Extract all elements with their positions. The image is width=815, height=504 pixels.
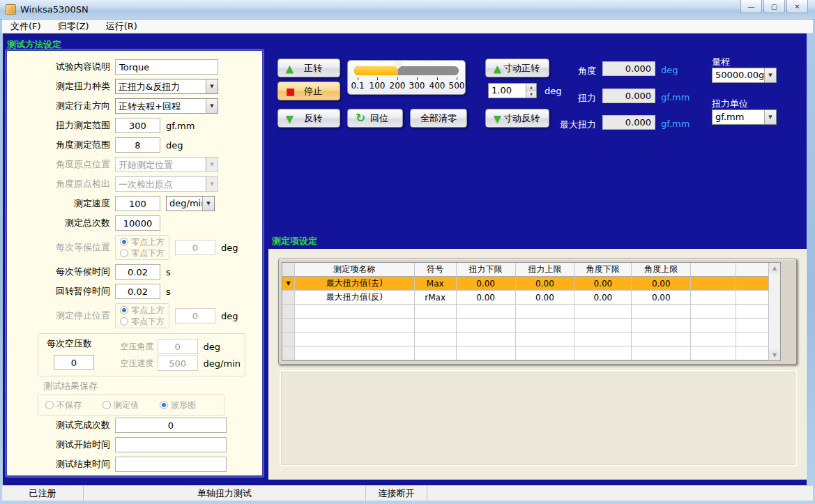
menu-item-file[interactable]: 文件(F): [2, 19, 49, 34]
combo-arrow-icon[interactable]: ▼: [206, 79, 218, 93]
angle-range-unit: deg: [166, 140, 183, 151]
speed-unit-select[interactable]: deg/min ▼: [166, 196, 215, 211]
menu-item-run[interactable]: 运行(R): [98, 19, 146, 34]
table-header-row: 测定项名称 符号 扭力下限 扭力上限 角度下限 角度上限: [282, 263, 780, 277]
slider-tick: [457, 77, 457, 80]
jog-step-input[interactable]: 1.00 ▲ ▼: [488, 83, 537, 98]
table-scrollbar[interactable]: ▲ ▼: [768, 263, 780, 360]
torque-readout-label: 扭力: [553, 92, 596, 105]
desc-input[interactable]: Torque: [115, 59, 218, 75]
idle-speed-label: 空压速度: [114, 358, 154, 369]
angle-range-label: 角度测定范围: [32, 139, 110, 151]
radio-wait-zero-above: [120, 238, 128, 246]
col-header-symbol[interactable]: 符号: [415, 263, 457, 277]
slider-tick-label: 300: [409, 81, 425, 91]
col-header-torque-low[interactable]: 扭力下限: [457, 263, 516, 277]
combo-arrow-icon: ▼: [206, 177, 218, 191]
speed-label: 测定速度: [32, 197, 110, 210]
rotate-icon: ↻: [356, 112, 365, 124]
wait-time-input[interactable]: 0.02: [115, 264, 160, 280]
table-row[interactable]: [282, 319, 780, 333]
slider-fill: [354, 66, 398, 75]
torque-readout-unit: gf.mm: [661, 92, 690, 102]
forward-button[interactable]: ▲ 正转: [277, 59, 340, 77]
combo-arrow-icon[interactable]: ▼: [202, 197, 214, 211]
home-button[interactable]: ↻ 回位: [347, 109, 403, 128]
table-row[interactable]: 最大扭力值(反) rMax 0.00 0.00 0.00 0.00: [282, 291, 780, 305]
jog-reverse-button[interactable]: ▼ 寸动反转: [485, 109, 549, 128]
origin-pos-select: 开始测定位置 ▼: [115, 157, 218, 172]
radio-label: 不保存: [56, 399, 82, 411]
direction-select[interactable]: 正转去程+回程 ▼: [115, 98, 218, 114]
combo-arrow-icon[interactable]: ▼: [206, 99, 218, 113]
stop-icon: ■: [286, 86, 295, 96]
table-row[interactable]: ▼ 最大扭力值(去) Max 0.00 0.00 0.00 0.00: [282, 277, 780, 291]
stop-button[interactable]: ■ 停止: [277, 82, 340, 100]
stop-pos-input: 0: [175, 308, 215, 323]
torque-readout: 0.000: [602, 89, 655, 103]
max-torque-readout-unit: gf.mm: [661, 119, 690, 129]
combo-arrow-icon[interactable]: ▼: [764, 110, 776, 124]
title-bar[interactable]: Winksa5300SN — ▢ ✕: [0, 0, 815, 20]
close-icon[interactable]: ✕: [786, 0, 808, 13]
jog-forward-button[interactable]: ▲ 寸动正转: [485, 59, 549, 77]
col-header-angle-high[interactable]: 角度上限: [632, 263, 691, 277]
max-torque-readout: 0.000: [602, 115, 655, 130]
radio-stop-zero-above: [120, 306, 128, 314]
status-empty: [427, 486, 813, 501]
torque-unit-select[interactable]: gf.mm ▼: [712, 109, 777, 125]
table-row[interactable]: [282, 333, 780, 346]
slider-tick: [377, 77, 378, 80]
stop-pos-label: 测定停止位置: [32, 310, 110, 322]
torque-type-select[interactable]: 正扭力&反扭力 ▼: [115, 79, 218, 94]
origin-pos-label: 角度原点位置: [32, 158, 110, 171]
pause-time-input[interactable]: 0.02: [115, 284, 160, 299]
total-count-input[interactable]: 10000: [115, 215, 160, 231]
end-time-input[interactable]: [115, 457, 227, 472]
scroll-down-icon[interactable]: ▼: [769, 350, 780, 360]
reverse-button[interactable]: ▼ 反转: [277, 109, 340, 128]
slider-tick-label: 0.1: [351, 81, 364, 91]
slider-tick: [437, 77, 438, 80]
col-header-angle-low[interactable]: 角度下限: [574, 263, 632, 277]
table-row[interactable]: [282, 305, 780, 319]
pause-time-label: 回转暂停时间: [32, 285, 110, 298]
status-bar: 已注册 单轴扭力测试 连接断开: [1, 485, 814, 501]
app-icon: [6, 4, 16, 15]
window-controls: — ▢ ✕: [739, 0, 808, 13]
spin-down-icon[interactable]: ▼: [526, 91, 536, 98]
col-header-name[interactable]: 测定项名称: [295, 263, 415, 277]
speed-input[interactable]: 100: [115, 196, 160, 211]
origin-detect-label: 角度原点检出: [32, 178, 110, 190]
range-select[interactable]: 50000.00gf. ▼: [712, 68, 777, 83]
spin-up-icon[interactable]: ▲: [526, 84, 536, 91]
menu-item-zero[interactable]: 归零(Z): [49, 19, 98, 34]
clear-all-button[interactable]: 全部清零: [410, 109, 467, 128]
minimize-icon[interactable]: —: [740, 0, 762, 13]
torque-range-input[interactable]: 300: [115, 118, 160, 133]
speed-slider[interactable]: 0.1 100 200 300 400 500: [347, 60, 466, 95]
done-count-input[interactable]: 0: [115, 418, 227, 433]
idle-count-input[interactable]: 0: [54, 355, 94, 370]
angle-range-input[interactable]: 8: [115, 137, 160, 153]
end-time-label: 测试结束时间: [32, 458, 110, 471]
stop-pos-unit: deg: [221, 311, 238, 321]
radio-label: 波形图: [171, 399, 196, 411]
scroll-up-icon[interactable]: ▲: [769, 263, 780, 273]
angle-readout-unit: deg: [661, 65, 678, 75]
slider-track[interactable]: [354, 66, 459, 75]
table-row[interactable]: [282, 346, 780, 360]
radio-label: 零点上方: [131, 236, 165, 248]
col-header-torque-high[interactable]: 扭力上限: [516, 263, 575, 277]
menu-bar: 文件(F) 归零(Z) 运行(R): [2, 20, 813, 33]
measure-table-frame: 测定项名称 符号 扭力下限 扭力上限 角度下限 角度上限 ▼ 最大扭力值(去) …: [278, 259, 797, 365]
wait-pos-label: 每次等候位置: [32, 241, 110, 254]
start-time-input[interactable]: [115, 437, 227, 452]
measure-table: 测定项名称 符号 扭力下限 扭力上限 角度下限 角度上限 ▼ 最大扭力值(去) …: [282, 262, 781, 361]
status-connection: 连接断开: [366, 486, 427, 501]
torque-range-label: 扭力测定范围: [32, 119, 110, 132]
maximize-icon[interactable]: ▢: [763, 0, 785, 13]
save-result-label: 测试结果保存: [43, 380, 98, 392]
combo-arrow-icon[interactable]: ▼: [764, 68, 776, 82]
wait-pos-unit: deg: [221, 243, 238, 253]
